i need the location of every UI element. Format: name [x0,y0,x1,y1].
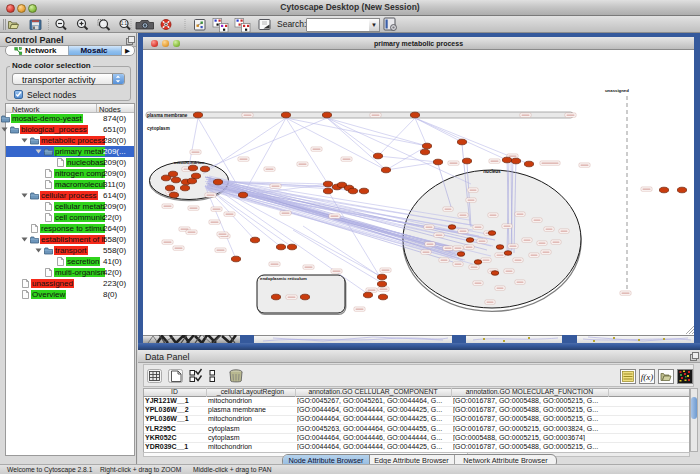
svg-text:cytoplasm: cytoplasm [147,126,170,131]
svg-text:f(x): f(x) [641,372,654,382]
svg-text:unassigned: unassigned [605,88,629,93]
svg-text:nucleus: nucleus [483,169,501,174]
svg-text:endoplasmic reticulum: endoplasmic reticulum [260,276,307,281]
svg-text:1:1: 1:1 [121,21,128,26]
svg-text:plasma membrane: plasma membrane [147,113,188,118]
